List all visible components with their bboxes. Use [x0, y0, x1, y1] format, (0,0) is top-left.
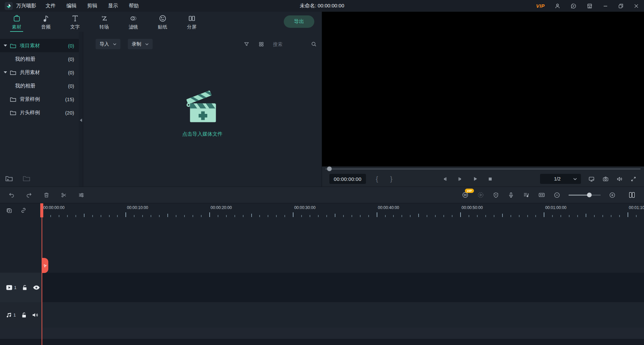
filter-funnel-icon[interactable]	[244, 41, 250, 47]
tab-text[interactable]: 文字	[60, 12, 90, 32]
link-clips-icon[interactable]	[20, 207, 27, 214]
chevron-down-icon	[573, 178, 577, 180]
export-button[interactable]: 导出	[284, 15, 314, 28]
grid-view-icon[interactable]	[258, 41, 264, 47]
undo-icon[interactable]	[8, 192, 15, 199]
ruler-label: 00:00:00:00	[43, 205, 64, 210]
redo-icon[interactable]	[25, 192, 33, 199]
vip-label[interactable]: VIP	[536, 3, 545, 9]
ruler-tick	[494, 215, 494, 217]
preview-scrubber[interactable]	[322, 166, 644, 171]
menu-clip[interactable]: 剪辑	[87, 3, 97, 9]
ruler-tick	[259, 215, 260, 217]
stop-icon[interactable]	[488, 177, 493, 182]
next-frame-icon[interactable]	[457, 176, 463, 182]
preview-quality-dropdown[interactable]: 1/2	[540, 174, 581, 184]
fit-timeline-icon[interactable]	[538, 191, 545, 199]
minimize-icon[interactable]	[602, 3, 608, 9]
ruler-tick	[293, 212, 293, 217]
sidebar-collapse-handle[interactable]	[79, 32, 83, 187]
mark-out-icon[interactable]: }	[390, 175, 392, 183]
prev-frame-icon[interactable]	[442, 176, 448, 182]
search-input[interactable]	[273, 42, 302, 47]
tab-media[interactable]: 素材	[2, 12, 31, 32]
ruler-tick	[117, 215, 118, 217]
zoom-out-icon[interactable]	[553, 192, 560, 199]
audio-track-lane[interactable]	[42, 302, 644, 328]
mark-in-icon[interactable]: {	[376, 175, 378, 183]
shield-icon[interactable]	[492, 192, 499, 199]
tab-label: 素材	[12, 24, 21, 30]
voice-changer-icon[interactable]: VIP	[462, 191, 469, 199]
sidebar-item-background-samples[interactable]: 背景样例 (15)	[0, 92, 79, 106]
close-icon[interactable]	[633, 3, 639, 9]
scissors-icon[interactable]	[60, 192, 67, 199]
menu-file[interactable]: 文件	[46, 3, 56, 9]
ruler-tick	[343, 215, 344, 217]
audio-mixer-icon[interactable]	[523, 191, 530, 199]
search-icon[interactable]	[311, 41, 317, 47]
preview-panel: 00:00:00:00 { }	[322, 12, 644, 187]
ruler-tick	[435, 215, 436, 217]
panel-layout-icon[interactable]	[628, 191, 636, 199]
user-account-icon[interactable]	[554, 3, 561, 9]
fullscreen-icon[interactable]	[630, 176, 637, 182]
expand-arrow-icon[interactable]	[4, 44, 8, 47]
sidebar-item-shared-media[interactable]: 共用素材 (0)	[0, 66, 79, 79]
lock-open-icon[interactable]	[22, 284, 28, 291]
library-tab-bar: 素材 音频 文字 转场	[0, 12, 322, 32]
scrubber-track[interactable]	[325, 168, 641, 169]
timeline-ruler[interactable]: 00:00:00:0000:00:10:0000:00:20:0000:00:3…	[42, 203, 644, 218]
ruler-tick	[75, 215, 76, 217]
ruler-tick	[477, 215, 478, 217]
playhead-line[interactable]	[42, 203, 42, 345]
monitor-icon[interactable]	[588, 176, 595, 183]
scrub-knob[interactable]	[327, 166, 332, 171]
tab-splitscreen[interactable]: 分屏	[177, 12, 206, 32]
add-track-icon[interactable]	[5, 207, 13, 214]
expand-arrow-icon[interactable]	[4, 71, 8, 74]
menu-edit[interactable]: 编辑	[66, 3, 76, 9]
delete-icon[interactable]	[43, 192, 50, 199]
snapshot-camera-icon[interactable]	[602, 176, 609, 183]
menu-view[interactable]: 显示	[108, 3, 118, 9]
sidebar-item-my-album-1[interactable]: 我的相册 (0)	[0, 52, 79, 66]
render-preview-icon[interactable]	[477, 191, 484, 199]
tab-sticker[interactable]: 贴纸	[148, 12, 177, 32]
ruler-tick	[569, 215, 570, 217]
tab-audio[interactable]: 音频	[31, 12, 60, 32]
video-track-lane[interactable]	[42, 273, 644, 302]
ruler-tick	[519, 215, 520, 217]
clapperboard-import-icon	[183, 85, 222, 124]
delete-folder-icon[interactable]	[22, 175, 31, 182]
store-icon[interactable]	[586, 3, 593, 9]
play-icon[interactable]	[472, 176, 478, 182]
adjust-sliders-icon[interactable]	[78, 192, 85, 199]
feedback-chat-icon[interactable]	[570, 3, 577, 9]
microphone-icon[interactable]	[507, 192, 515, 199]
eye-icon[interactable]	[33, 285, 40, 290]
timeline-zoom-slider[interactable]	[569, 193, 601, 197]
speaker-icon[interactable]	[616, 176, 623, 183]
sidebar-item-count: (20)	[65, 110, 74, 116]
zoom-in-icon[interactable]	[609, 192, 616, 199]
import-media-dropzone[interactable]: 点击导入媒体文件	[83, 85, 322, 137]
track-speaker-icon[interactable]	[32, 312, 39, 318]
import-dropdown[interactable]: 导入	[96, 39, 120, 49]
restore-icon[interactable]	[618, 3, 624, 9]
zoom-slider-knob[interactable]	[587, 193, 592, 197]
sidebar-item-intro-samples[interactable]: 片头样例 (20)	[0, 106, 79, 119]
playhead-scissors-grip[interactable]	[42, 258, 48, 273]
sidebar-item-my-album-2[interactable]: 我的相册 (0)	[0, 79, 79, 92]
ruler-tick	[393, 215, 394, 217]
sidebar-item-project-media[interactable]: 项目素材 (0)	[0, 39, 79, 52]
menu-help[interactable]: 帮助	[129, 3, 139, 9]
playhead-head[interactable]	[40, 203, 43, 217]
tab-transition[interactable]: 转场	[90, 12, 119, 32]
new-folder-icon[interactable]	[5, 175, 13, 182]
tab-filter[interactable]: 滤镜	[119, 12, 148, 32]
window-title: 未命名: 00:00:00:00	[300, 3, 344, 9]
lock-open-icon[interactable]	[21, 312, 27, 318]
ruler-tick	[586, 214, 586, 217]
record-dropdown[interactable]: 录制	[128, 39, 153, 49]
